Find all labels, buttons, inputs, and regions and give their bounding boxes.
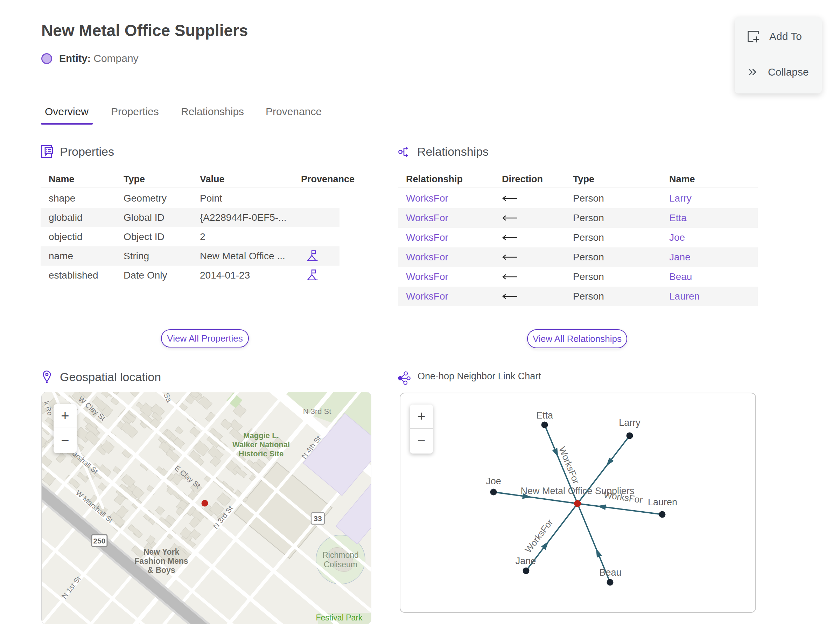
svg-text:& Boys: & Boys [147,566,175,575]
svg-text:Beau: Beau [599,567,621,578]
svg-text:33: 33 [313,514,321,523]
svg-text:Walker National: Walker National [232,440,290,449]
svg-text:WorksFor: WorksFor [603,489,644,505]
svg-text:Festival Park: Festival Park [316,613,363,622]
svg-text:Historic Site: Historic Site [239,449,283,458]
svg-text:Coliseum: Coliseum [324,560,357,569]
svg-text:Jane: Jane [515,556,536,566]
svg-text:Etta: Etta [536,410,554,421]
svg-text:250: 250 [93,537,105,545]
svg-text:Larry: Larry [619,418,641,428]
svg-text:WorksFor: WorksFor [557,445,582,485]
svg-text:N 3rd St: N 3rd St [303,407,331,416]
svg-text:Joe: Joe [486,476,501,486]
svg-text:WorksFor: WorksFor [523,517,555,555]
svg-text:Lauren: Lauren [648,497,677,507]
svg-text:Fashion Mens: Fashion Mens [134,556,188,566]
svg-text:Maggie L.: Maggie L. [243,431,278,440]
svg-text:Richmond: Richmond [322,550,359,560]
svg-text:New York: New York [143,547,180,556]
